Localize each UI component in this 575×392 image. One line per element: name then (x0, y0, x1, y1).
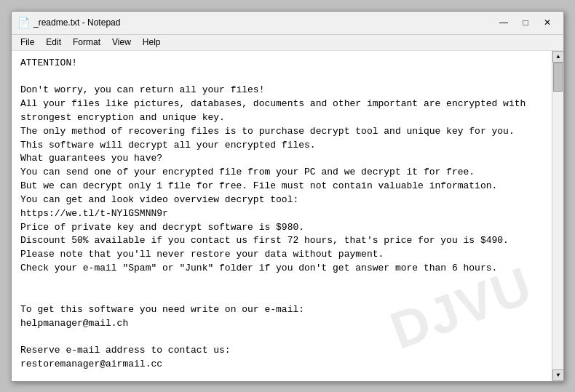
text-editor[interactable]: ATTENTION! Don't worry, you can return a… (12, 51, 552, 381)
scrollbar[interactable]: ▲ ▼ (552, 51, 563, 381)
menu-help[interactable]: Help (137, 36, 167, 49)
minimize-button[interactable]: — (493, 15, 514, 31)
title-bar-controls: — □ ✕ (493, 15, 558, 31)
notepad-window: 📄 _readme.txt - Notepad — □ ✕ File Edit … (11, 11, 564, 382)
content-area: ATTENTION! Don't worry, you can return a… (12, 51, 563, 381)
scroll-up-button[interactable]: ▲ (552, 51, 563, 63)
window-title: _readme.txt - Notepad (33, 17, 493, 28)
window-icon: 📄 (17, 17, 29, 28)
maximize-button[interactable]: □ (515, 15, 536, 31)
close-button[interactable]: ✕ (537, 15, 558, 31)
title-bar: 📄 _readme.txt - Notepad — □ ✕ (12, 12, 563, 35)
menu-bar: File Edit Format View Help (12, 35, 563, 51)
scroll-down-button[interactable]: ▼ (552, 369, 563, 381)
menu-file[interactable]: File (15, 36, 40, 49)
scrollbar-track[interactable] (552, 63, 563, 369)
menu-view[interactable]: View (106, 36, 137, 49)
menu-format[interactable]: Format (67, 36, 106, 49)
menu-edit[interactable]: Edit (40, 36, 67, 49)
scrollbar-thumb[interactable] (553, 63, 563, 92)
